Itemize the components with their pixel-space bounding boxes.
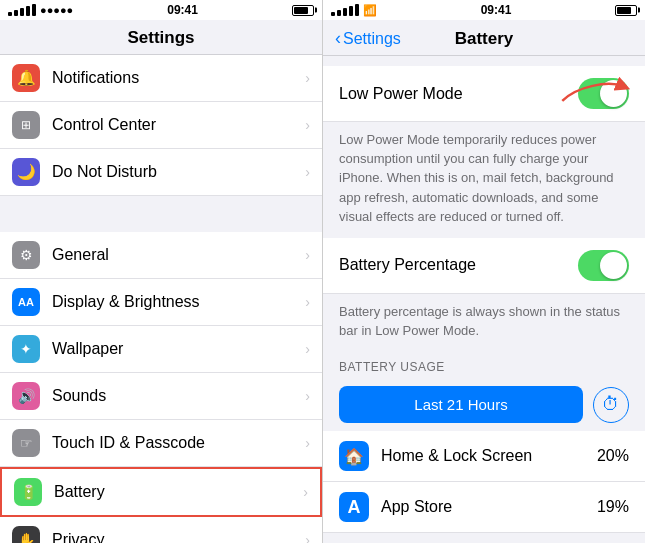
back-chevron-icon: ‹ (335, 28, 341, 49)
wallpaper-icon: ✦ (12, 335, 40, 363)
settings-item-privacy[interactable]: ✋ Privacy › (0, 517, 322, 543)
settings-group-2: ⚙ General › AA Display & Brightness › ✦ … (0, 232, 322, 543)
low-power-description: Low Power Mode temporarily reduces power… (339, 132, 614, 224)
touch-id-label: Touch ID & Passcode (52, 434, 305, 452)
do-not-disturb-icon: 🌙 (12, 158, 40, 186)
back-label: Settings (343, 30, 401, 48)
chevron-icon: › (305, 341, 310, 357)
app-store-pct: 19% (597, 498, 629, 516)
low-power-row: Low Power Mode (323, 66, 645, 122)
sounds-icon: 🔊 (12, 382, 40, 410)
app-store-icon: A (339, 492, 369, 522)
low-power-toggle[interactable] (578, 78, 629, 109)
control-center-label: Control Center (52, 116, 305, 134)
battery-content: Low Power Mode Low Power Mode temporaril… (323, 56, 645, 543)
control-center-icon: ⊞ (12, 111, 40, 139)
app-store-label: App Store (381, 498, 597, 516)
home-lock-pct: 20% (597, 447, 629, 465)
chevron-icon: › (305, 70, 310, 86)
battery-header: ‹ Settings Battery (323, 20, 645, 56)
settings-header: Settings (0, 20, 322, 55)
settings-item-sounds[interactable]: 🔊 Sounds › (0, 373, 322, 420)
wallpaper-label: Wallpaper (52, 340, 305, 358)
chevron-icon: › (305, 117, 310, 133)
battery-panel: ‹ Settings Battery Low Power Mode Low Po… (323, 20, 645, 543)
low-power-description-block: Low Power Mode temporarily reduces power… (323, 122, 645, 238)
toggle-knob-pct (600, 252, 627, 279)
settings-item-touch-id[interactable]: ☞ Touch ID & Passcode › (0, 420, 322, 467)
general-icon: ⚙ (12, 241, 40, 269)
battery-pct-label: Battery Percentage (339, 256, 578, 274)
touch-id-icon: ☞ (12, 429, 40, 457)
toggle-knob (600, 80, 627, 107)
settings-item-general[interactable]: ⚙ General › (0, 232, 322, 279)
group-gap (0, 196, 322, 232)
battery-title: Battery (455, 29, 514, 49)
settings-item-display-brightness[interactable]: AA Display & Brightness › (0, 279, 322, 326)
battery-label: Battery (54, 483, 303, 501)
right-status-bar: 📶 09:41 (322, 0, 645, 20)
battery-settings-icon: 🔋 (14, 478, 42, 506)
left-battery-area (292, 5, 314, 16)
privacy-label: Privacy (52, 531, 305, 543)
last-hours-button[interactable]: Last 21 Hours (339, 386, 583, 423)
do-not-disturb-label: Do Not Disturb (52, 163, 305, 181)
settings-panel: Settings 🔔 Notifications › ⊞ Control Cen… (0, 20, 323, 543)
clock-icon: ⏱ (602, 394, 620, 415)
settings-item-do-not-disturb[interactable]: 🌙 Do Not Disturb › (0, 149, 322, 196)
home-lock-label: Home & Lock Screen (381, 447, 597, 465)
clock-button[interactable]: ⏱ (593, 387, 629, 423)
settings-item-control-center[interactable]: ⊞ Control Center › (0, 102, 322, 149)
chevron-icon: › (305, 294, 310, 310)
app-list: 🏠 Home & Lock Screen 20% A App Store 19% (323, 431, 645, 533)
settings-item-notifications[interactable]: 🔔 Notifications › (0, 55, 322, 102)
general-label: General (52, 246, 305, 264)
right-wifi-icon: 📶 (363, 4, 377, 17)
low-power-label: Low Power Mode (339, 85, 578, 103)
right-signal: 📶 (331, 4, 377, 17)
back-button[interactable]: ‹ Settings (335, 28, 401, 49)
settings-item-battery[interactable]: 🔋 Battery › (0, 467, 322, 517)
signal-icon (8, 4, 36, 16)
battery-usage-header: BATTERY USAGE (323, 352, 645, 378)
app-row-home-lock: 🏠 Home & Lock Screen 20% (323, 431, 645, 482)
right-battery-area (615, 5, 637, 16)
sounds-label: Sounds (52, 387, 305, 405)
battery-usage-label: BATTERY USAGE (339, 360, 445, 374)
notifications-label: Notifications (52, 69, 305, 87)
chevron-icon: › (305, 532, 310, 543)
right-signal-icon (331, 4, 359, 16)
battery-icon (292, 5, 314, 16)
settings-item-wallpaper[interactable]: ✦ Wallpaper › (0, 326, 322, 373)
app-row-app-store: A App Store 19% (323, 482, 645, 533)
left-status-bar: ●●●●● 09:41 (0, 0, 322, 20)
chevron-icon: › (303, 484, 308, 500)
battery-pct-row: Battery Percentage (323, 238, 645, 294)
main-content: Settings 🔔 Notifications › ⊞ Control Cen… (0, 20, 645, 543)
display-label: Display & Brightness (52, 293, 305, 311)
display-icon: AA (12, 288, 40, 316)
status-bars: ●●●●● 09:41 📶 09:41 (0, 0, 645, 20)
notifications-icon: 🔔 (12, 64, 40, 92)
battery-pct-section: Battery Percentage (323, 238, 645, 294)
low-power-section: Low Power Mode (323, 66, 645, 122)
settings-list: 🔔 Notifications › ⊞ Control Center › 🌙 D… (0, 55, 322, 543)
battery-pct-description: Battery percentage is always shown in th… (339, 304, 620, 338)
privacy-icon: ✋ (12, 526, 40, 543)
left-signal: ●●●●● (8, 4, 73, 16)
home-lock-icon: 🏠 (339, 441, 369, 471)
chevron-icon: › (305, 388, 310, 404)
right-battery-icon (615, 5, 637, 16)
right-time: 09:41 (481, 3, 512, 17)
carrier-label: ●●●●● (40, 4, 73, 16)
chevron-icon: › (305, 435, 310, 451)
left-time: 09:41 (167, 3, 198, 17)
settings-title: Settings (127, 28, 194, 47)
hours-row: Last 21 Hours ⏱ (323, 378, 645, 431)
battery-pct-description-block: Battery percentage is always shown in th… (323, 294, 645, 352)
battery-pct-toggle[interactable] (578, 250, 629, 281)
chevron-icon: › (305, 164, 310, 180)
settings-group-1: 🔔 Notifications › ⊞ Control Center › 🌙 D… (0, 55, 322, 196)
chevron-icon: › (305, 247, 310, 263)
top-spacer (323, 56, 645, 66)
